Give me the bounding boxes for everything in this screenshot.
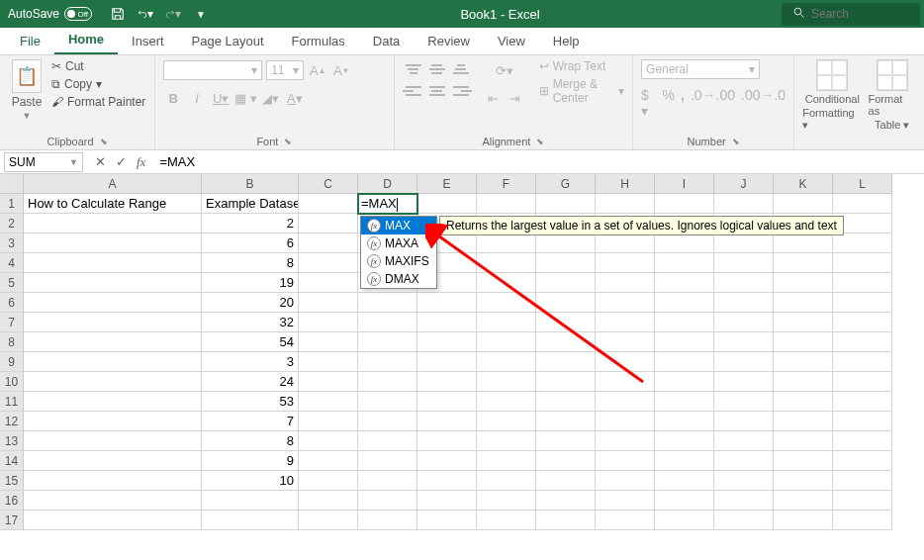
decrease-indent-icon[interactable]: ⇤	[484, 87, 504, 109]
cell[interactable]	[596, 313, 655, 332]
cell[interactable]	[655, 392, 714, 412]
cell[interactable]	[596, 431, 655, 451]
row-header[interactable]: 8	[0, 332, 24, 352]
cell[interactable]: 19	[202, 273, 299, 293]
cell[interactable]	[774, 392, 833, 412]
enter-formula-icon[interactable]: ✓	[116, 154, 127, 170]
tab-data[interactable]: Data	[359, 28, 414, 54]
cell[interactable]	[655, 293, 714, 313]
cell[interactable]: 24	[202, 372, 299, 392]
cell[interactable]	[596, 471, 655, 491]
align-top-icon[interactable]	[403, 59, 424, 79]
formula-autocomplete[interactable]: fxMAXfxMAXAfxMAXIFSfxDMAX	[360, 216, 437, 289]
cell[interactable]	[596, 491, 655, 511]
worksheet-grid[interactable]: ABCDEFGHIJKL 1How to Calculate RangeExam…	[0, 174, 924, 530]
cell[interactable]	[655, 451, 714, 471]
dialog-launcher-icon[interactable]: ⬊	[536, 137, 544, 146]
cell[interactable]	[417, 313, 477, 332]
format-painter-button[interactable]: 🖌Format Painter	[51, 95, 145, 109]
dialog-launcher-icon[interactable]: ⬊	[732, 137, 740, 146]
cell[interactable]	[774, 431, 833, 451]
cell[interactable]	[477, 233, 536, 253]
cell[interactable]	[299, 392, 358, 412]
tab-page-layout[interactable]: Page Layout	[178, 28, 278, 54]
cell[interactable]	[655, 253, 714, 273]
comma-button[interactable]: ,	[681, 87, 685, 119]
cell[interactable]	[833, 511, 892, 530]
row-header[interactable]: 9	[0, 352, 24, 372]
cell[interactable]	[299, 352, 358, 372]
cell[interactable]	[24, 352, 202, 372]
cell[interactable]	[358, 392, 417, 412]
cell[interactable]	[24, 253, 202, 273]
row-header[interactable]: 4	[0, 253, 24, 273]
column-header[interactable]: I	[655, 174, 714, 194]
cell[interactable]	[477, 471, 536, 491]
cell[interactable]	[299, 273, 358, 293]
column-header[interactable]: A	[24, 174, 202, 194]
cell[interactable]	[358, 511, 417, 530]
cell[interactable]	[655, 352, 714, 372]
cell[interactable]	[299, 214, 358, 233]
cell[interactable]	[477, 412, 536, 431]
cell[interactable]: 2	[202, 214, 299, 233]
cell[interactable]: 20	[202, 293, 299, 313]
cell[interactable]	[417, 293, 477, 313]
row-header[interactable]: 10	[0, 372, 24, 392]
cell[interactable]	[299, 372, 358, 392]
cancel-formula-icon[interactable]: ✕	[95, 154, 106, 170]
row-header[interactable]: 17	[0, 511, 24, 530]
row-header[interactable]: 16	[0, 491, 24, 511]
cell[interactable]	[714, 491, 774, 511]
select-all-corner[interactable]	[0, 174, 24, 194]
row-header[interactable]: 13	[0, 431, 24, 451]
cell[interactable]	[417, 511, 477, 530]
cell[interactable]	[299, 511, 358, 530]
cell[interactable]	[774, 412, 833, 431]
align-left-icon[interactable]	[403, 81, 424, 101]
cell[interactable]	[536, 372, 596, 392]
conditional-formatting-button[interactable]: Conditional Formatting ▾	[802, 59, 862, 132]
cell[interactable]	[417, 332, 477, 352]
cell[interactable]	[358, 491, 417, 511]
tab-home[interactable]: Home	[54, 26, 118, 54]
cut-button[interactable]: ✂Cut	[51, 59, 145, 73]
cell[interactable]	[299, 293, 358, 313]
cell[interactable]	[477, 293, 536, 313]
cell[interactable]	[655, 273, 714, 293]
cell[interactable]: 53	[202, 392, 299, 412]
cell[interactable]	[24, 214, 202, 233]
cell[interactable]: Example Dataset	[202, 194, 299, 214]
cell[interactable]	[477, 372, 536, 392]
cell[interactable]	[833, 372, 892, 392]
cell[interactable]: 7	[202, 412, 299, 431]
cell[interactable]	[417, 451, 477, 471]
cell[interactable]	[655, 431, 714, 451]
cell[interactable]	[774, 233, 833, 253]
increase-decimal-icon[interactable]: .0→.00	[691, 87, 735, 119]
cell[interactable]	[714, 372, 774, 392]
cell[interactable]: 6	[202, 233, 299, 253]
cell[interactable]	[477, 431, 536, 451]
currency-button[interactable]: $ ▾	[641, 87, 656, 119]
cell[interactable]	[24, 233, 202, 253]
cell[interactable]	[417, 491, 477, 511]
cell[interactable]	[596, 372, 655, 392]
cell[interactable]	[477, 273, 536, 293]
cell[interactable]	[24, 392, 202, 412]
tab-insert[interactable]: Insert	[118, 28, 178, 54]
cell[interactable]	[477, 491, 536, 511]
cell[interactable]	[833, 471, 892, 491]
cell[interactable]	[536, 431, 596, 451]
cell[interactable]	[536, 491, 596, 511]
font-size-selector[interactable]: 11▾	[266, 60, 304, 80]
row-header[interactable]: 5	[0, 273, 24, 293]
column-header[interactable]: C	[299, 174, 358, 194]
align-bottom-icon[interactable]	[450, 59, 472, 79]
cell[interactable]	[24, 412, 202, 431]
cell[interactable]	[477, 511, 536, 530]
undo-icon[interactable]: ▾	[138, 6, 153, 22]
cell[interactable]	[24, 431, 202, 451]
cell[interactable]	[774, 273, 833, 293]
cell[interactable]	[596, 412, 655, 431]
